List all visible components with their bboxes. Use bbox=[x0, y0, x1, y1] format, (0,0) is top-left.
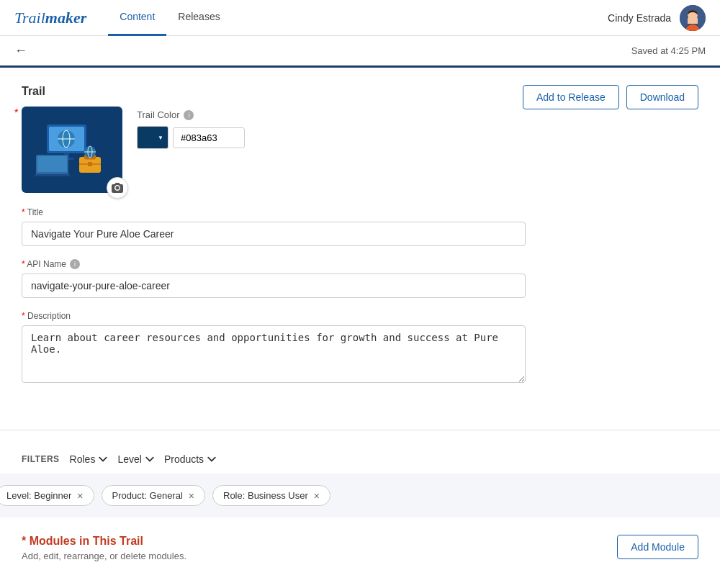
svg-rect-3 bbox=[688, 18, 698, 24]
description-field-group: * Description Learn about career resourc… bbox=[22, 311, 526, 385]
nav-right: Cindy Estrada bbox=[608, 5, 706, 31]
camera-button[interactable] bbox=[107, 177, 128, 199]
modules-title: * Modules in This Trail bbox=[22, 535, 186, 548]
filters-container: FILTERS Roles Level Products bbox=[0, 445, 720, 474]
svg-rect-17 bbox=[88, 162, 92, 166]
filter-tag-level-remove[interactable]: × bbox=[77, 491, 83, 501]
products-chevron-icon bbox=[207, 455, 216, 463]
filter-tag-level-label: Level: Beginner bbox=[6, 490, 71, 501]
modules-header: * Modules in This Trail Add, edit, rearr… bbox=[22, 535, 698, 561]
api-name-info-icon[interactable]: i bbox=[70, 259, 80, 269]
color-swatch-button[interactable]: ▼ bbox=[137, 126, 168, 149]
trail-header: Trail * bbox=[22, 85, 698, 193]
top-nav: Trailmaker Content Releases Cindy Estrad… bbox=[0, 0, 720, 36]
roles-chevron-icon bbox=[99, 455, 107, 463]
nav-tab-releases[interactable]: Releases bbox=[166, 0, 231, 36]
api-name-label: * API Name i bbox=[22, 259, 526, 269]
color-section: Trail Color i ▼ bbox=[137, 109, 245, 149]
description-textarea[interactable]: Learn about career resources and opportu… bbox=[22, 325, 526, 383]
filter-tag-product-label: Product: General bbox=[112, 490, 183, 501]
saved-status: Saved at 4:25 PM bbox=[631, 45, 706, 56]
add-module-button[interactable]: Add Module bbox=[617, 535, 698, 559]
description-label: * Description bbox=[22, 311, 526, 321]
filters-bar: FILTERS Roles Level Products bbox=[22, 445, 698, 474]
svg-rect-12 bbox=[37, 156, 67, 172]
add-to-release-button[interactable]: Add to Release bbox=[523, 85, 619, 109]
filters-label: FILTERS bbox=[22, 454, 60, 464]
trail-image bbox=[22, 107, 122, 193]
filter-tag-role-remove[interactable]: × bbox=[314, 491, 320, 501]
section-divider bbox=[0, 430, 720, 430]
trail-left: Trail * bbox=[22, 85, 245, 193]
modules-title-group: * Modules in This Trail Add, edit, rearr… bbox=[22, 535, 186, 561]
level-chevron-icon bbox=[145, 455, 154, 463]
chevron-down-icon: ▼ bbox=[158, 135, 163, 141]
filter-tag-role-label: Role: Business User bbox=[223, 490, 308, 501]
trail-color-info-icon[interactable]: i bbox=[184, 110, 194, 120]
api-name-field-group: * API Name i bbox=[22, 259, 526, 298]
back-button[interactable]: ← bbox=[14, 43, 27, 58]
products-filter-button[interactable]: Products bbox=[164, 453, 216, 465]
api-name-input[interactable] bbox=[22, 273, 526, 298]
color-hex-input[interactable] bbox=[173, 127, 245, 148]
trail-info: * bbox=[22, 107, 245, 193]
title-field-group: * Title bbox=[22, 207, 526, 246]
trail-image-wrapper: * bbox=[22, 107, 122, 193]
trail-section-label: Trail bbox=[22, 85, 245, 98]
filter-tags-section: Level: Beginner × Product: General × Rol… bbox=[0, 474, 720, 517]
sub-nav: ← Saved at 4:25 PM bbox=[0, 36, 720, 68]
modules-subtitle: Add, edit, rearrange, or delete modules. bbox=[22, 551, 186, 561]
main-content: Trail * bbox=[0, 68, 720, 415]
filter-tag-product: Product: General × bbox=[102, 485, 205, 506]
title-input[interactable] bbox=[22, 222, 526, 246]
filter-tag-level: Level: Beginner × bbox=[0, 485, 94, 506]
color-input-row: ▼ bbox=[137, 126, 245, 149]
title-label: * Title bbox=[22, 207, 526, 217]
svg-point-21 bbox=[116, 186, 120, 190]
svg-rect-13 bbox=[35, 174, 70, 176]
avatar[interactable] bbox=[680, 5, 706, 31]
form-section: * Title * API Name i * Description Learn… bbox=[22, 207, 526, 385]
nav-left: Trailmaker Content Releases bbox=[14, 0, 232, 36]
user-name: Cindy Estrada bbox=[608, 12, 671, 24]
filter-tag-role: Role: Business User × bbox=[212, 485, 330, 506]
filter-tags: Level: Beginner × Product: General × Rol… bbox=[0, 485, 720, 506]
download-button[interactable]: Download bbox=[626, 85, 698, 109]
modules-section: * Modules in This Trail Add, edit, rearr… bbox=[0, 517, 720, 579]
app-logo: Trailmaker bbox=[14, 9, 86, 27]
filter-tag-product-remove[interactable]: × bbox=[189, 491, 194, 501]
color-label: Trail Color i bbox=[137, 109, 245, 120]
roles-filter-button[interactable]: Roles bbox=[70, 453, 108, 465]
trail-actions: Add to Release Download bbox=[523, 85, 698, 109]
nav-tab-content[interactable]: Content bbox=[108, 0, 166, 36]
required-star: * bbox=[14, 107, 18, 118]
level-filter-button[interactable]: Level bbox=[117, 453, 153, 465]
color-swatch bbox=[142, 130, 155, 145]
